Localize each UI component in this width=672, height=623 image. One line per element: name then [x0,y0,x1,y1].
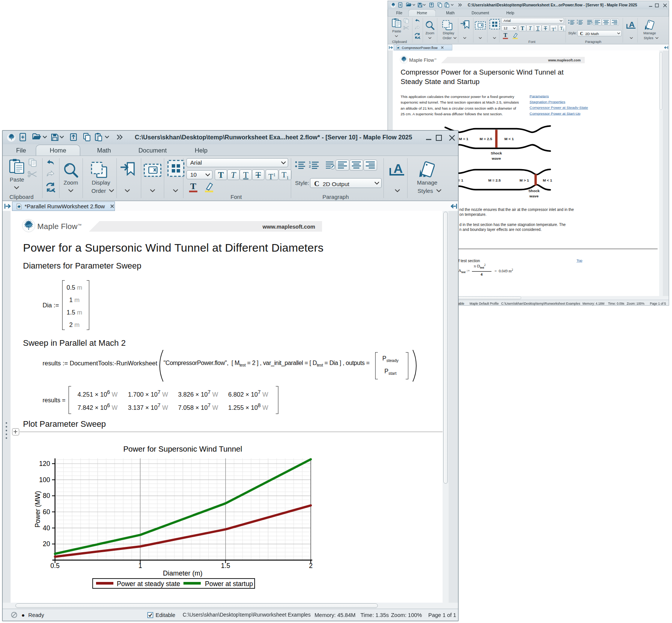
svg-text:M > 1: M > 1 [519,178,529,182]
svg-text:= 1: = 1 [458,178,463,182]
svg-text:M = 2.5: M = 2.5 [488,178,501,182]
svg-text:1: 1 [309,160,311,164]
svg-text:20: 20 [43,540,50,548]
svg-text:0.5: 0.5 [50,562,60,570]
svg-text:80: 80 [43,492,50,499]
svg-text:M < 1: M < 1 [543,178,552,182]
svg-text:60: 60 [43,508,50,516]
svg-text:2: 2 [309,562,313,570]
svg-text:1: 1 [577,19,578,21]
svg-text:T: T [190,182,196,191]
svg-text:Power for Supersonic Wind Tunn: Power for Supersonic Wind Tunnel [123,444,242,453]
svg-text:T: T [504,32,507,38]
svg-text:1: 1 [138,562,142,570]
svg-text:1.5: 1.5 [221,562,230,570]
svg-text:Shock: Shock [491,151,502,155]
svg-text:wave: wave [529,194,539,198]
svg-text:M = 1: M = 1 [459,137,468,141]
svg-text:Diameter (m): Diameter (m) [163,570,202,577]
svg-text:Power at steady state: Power at steady state [117,580,180,588]
svg-text:120: 120 [39,460,50,467]
svg-text:Power at startup: Power at startup [205,580,253,588]
svg-text:Power (MW): Power (MW) [34,491,41,527]
svg-text:A: A [629,21,635,29]
svg-text:M = 2.5: M = 2.5 [480,137,492,141]
svg-text:100: 100 [39,476,50,484]
svg-text:M < 1: M < 1 [504,137,514,141]
svg-text:wave: wave [492,157,501,161]
svg-text:A: A [394,163,403,176]
svg-text:Shock: Shock [528,189,540,193]
svg-text:2: 2 [577,22,578,24]
svg-text:40: 40 [43,524,50,532]
svg-text:2: 2 [309,165,311,168]
